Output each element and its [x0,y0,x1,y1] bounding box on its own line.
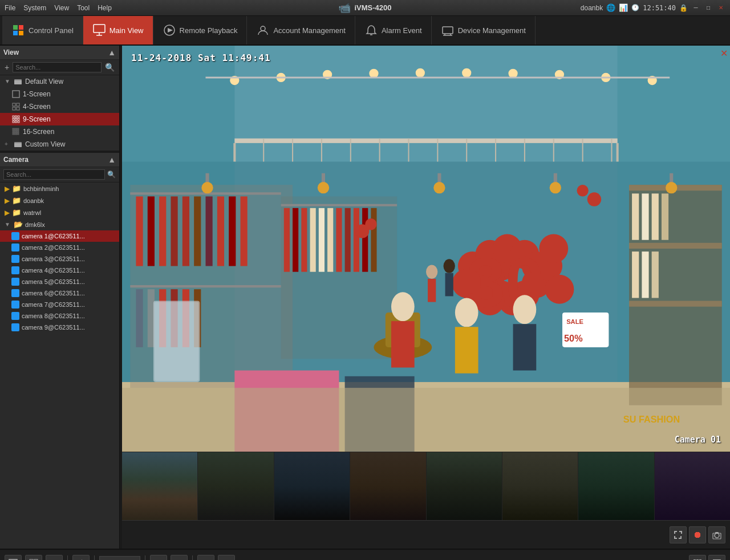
layout-options-btn[interactable] [689,555,706,560]
menu-help[interactable]: Help [98,4,112,12]
tab-alarm-event-label: Alarm Event [382,26,422,35]
close-view-btn[interactable]: ✕ [720,48,728,59]
camera-group-bchbinhminh[interactable]: ▶ 📁 bchbinhminh [0,182,119,194]
minimize-btn[interactable]: ─ [691,3,700,13]
svg-rect-104 [310,208,316,272]
svg-marker-8 [168,28,173,33]
svg-rect-91 [241,196,248,266]
clock-time: 12:51:40 [643,4,676,12]
cpu-icon: 📊 [619,3,628,12]
svg-rect-21 [17,107,19,110]
tab-control-panel[interactable]: Control Panel [2,16,83,44]
secondary-view-3[interactable] [274,452,350,520]
tree-item-16screen[interactable]: 16-Screen [0,125,119,138]
menu-view[interactable]: View [54,4,69,12]
menu-system[interactable]: System [23,4,46,12]
close-btn[interactable]: ✕ [716,3,725,13]
view-search-input[interactable] [13,62,102,72]
prev-btn[interactable]: ◀ [197,555,214,560]
menu-tool[interactable]: Tool [77,4,90,12]
group-label-dmk6lx: dmk6lx [25,221,45,228]
svg-rect-16 [14,80,22,84]
camera-search-input[interactable] [3,169,105,180]
tree-item-custom-view[interactable]: + Custom View [0,138,119,151]
expand-icon-custom: + [5,141,11,148]
camera-item-cam7[interactable]: camera 7@C623511... [0,299,119,310]
camera-search-btn[interactable]: 🔍 [107,171,116,178]
svg-point-169 [201,182,213,193]
view-collapse-btn[interactable]: ▲ [108,48,116,57]
tab-device-management[interactable]: Device Management [432,16,536,44]
cam-label-cam8: camera 8@C623511... [22,313,85,319]
tab-main-view[interactable]: Main View [83,16,153,44]
camera-group-watrwl[interactable]: ▶ 📁 watrwl [0,206,119,218]
svg-rect-86 [182,196,189,266]
group-label-doanbk: doanbk [23,197,44,204]
view-add-btn[interactable]: + [3,63,10,72]
camera-item-cam5[interactable]: camera 5@C623511... [0,276,119,287]
secondary-view-4[interactable] [350,452,426,520]
menu-bar[interactable]: File System View Tool Help [5,4,112,12]
layout-single-btn[interactable] [5,555,22,560]
svg-rect-17 [13,91,19,98]
toolbar-separator-1 [67,555,68,560]
record-btn[interactable]: ⏺ [689,526,706,543]
camera-item-cam1[interactable]: camera 1@C623511... [0,230,119,242]
dropdown-btn[interactable]: ▼ [171,555,188,560]
app-title-bar: 📹 iVMS-4200 [338,2,391,14]
cam-label-cam5: camera 5@C623511... [22,278,85,285]
folder-icon-yellow2: 📁 [12,196,21,205]
camera-item-cam2[interactable]: camera 2@C623511... [0,242,119,253]
fullscreen-btn[interactable] [670,526,687,543]
tree-item-default-view[interactable]: ▼ Default View [0,75,119,88]
svg-rect-139 [513,324,537,370]
camera-group-dmk6lx[interactable]: ▼ 📂 dmk6lx [0,218,119,230]
next-btn[interactable]: ▶ [218,555,235,560]
view-search-btn[interactable]: 🔍 [104,63,116,72]
svg-rect-103 [301,208,307,272]
svg-rect-143 [629,301,722,307]
secondary-view-7[interactable] [578,452,654,520]
secondary-view-1[interactable] [122,452,198,520]
cam-label-cam4: camera 4@C623511... [22,267,85,274]
secondary-view-8[interactable] [655,452,730,520]
folder-icon-yellow: 📁 [12,184,21,193]
aspect-ratio-select[interactable]: 4:3 16:9 Original Auto [99,556,140,560]
camera-feed[interactable]: 30 [122,46,730,452]
camera-item-cam9[interactable]: camera 9@C623511... [0,322,119,333]
camera-item-cam6[interactable]: camera 6@C623511... [0,287,119,299]
layout-quad-btn[interactable] [25,555,42,560]
svg-rect-87 [194,196,201,266]
view-tree: ▼ Default View 1-Screen 4-Scr [0,75,119,151]
tree-item-1screen[interactable]: 1-Screen [0,88,119,100]
camera-section: Camera ▲ 🔍 ▶ 📁 bchbinhminh ▶ 📁 doanbk [0,153,119,549]
network-icon: 🌐 [606,3,615,12]
layout-stop-btn[interactable] [46,555,63,560]
maximize-btn[interactable]: □ [704,3,713,13]
refresh-btn[interactable] [150,555,167,560]
tab-account-management[interactable]: Account Management [247,16,355,44]
svg-rect-4 [94,25,105,33]
svg-rect-167 [155,302,198,381]
svg-rect-40 [14,132,15,133]
tree-item-4screen[interactable]: 4-Screen [0,100,119,113]
secondary-view-5[interactable] [427,452,502,520]
tab-remote-playback[interactable]: Remote Playback [153,16,248,44]
group-label-bchbinhminh: bchbinhminh [23,185,59,192]
snapshot-btn[interactable] [708,526,725,543]
camera-group-doanbk[interactable]: ▶ 📁 doanbk [0,194,119,206]
camera-collapse-btn[interactable]: ▲ [108,155,116,164]
secondary-view-2[interactable] [198,452,274,520]
tab-alarm-event[interactable]: Alarm Event [355,16,432,44]
camera-item-cam3[interactable]: camera 3@C623511... [0,253,119,265]
tree-item-9screen[interactable]: 9-Screen [0,113,119,125]
svg-rect-156 [428,279,436,302]
menu-file[interactable]: File [5,4,15,12]
camera-item-cam8[interactable]: camera 8@C623511... [0,310,119,322]
secondary-view-6[interactable] [502,452,578,520]
tree-label-9screen: 9-Screen [23,115,51,123]
title-right: doanbk 🌐 📊 🕐 12:51:40 🔒 ─ □ ✕ [581,3,730,13]
camera-item-cam4[interactable]: camera 4@C623511... [0,265,119,276]
settings-btn[interactable] [708,555,725,560]
volume-btn[interactable] [72,555,90,560]
